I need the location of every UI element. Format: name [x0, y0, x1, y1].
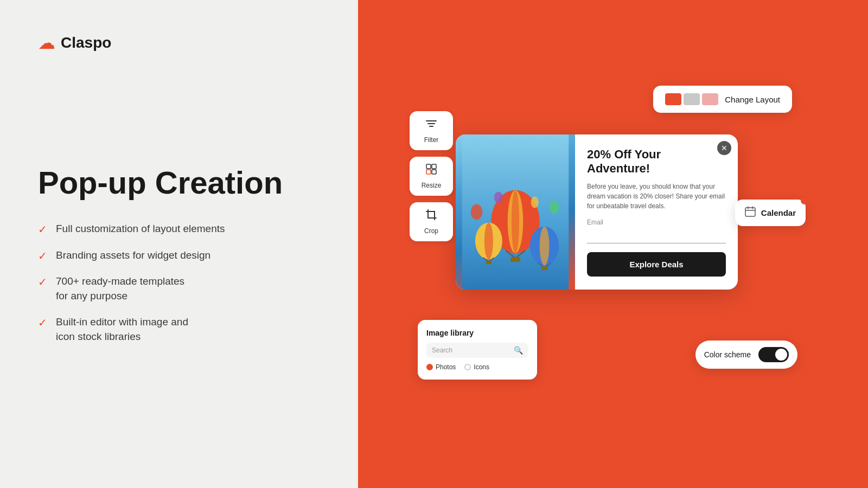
svg-point-10	[512, 190, 519, 253]
resize-icon	[425, 163, 437, 178]
filter-label: Filter	[424, 136, 439, 144]
color-scheme-label: Color scheme	[704, 350, 751, 359]
image-library-title: Image library	[426, 329, 528, 337]
left-panel: ☁ Claspo Pop-up Creation ✓ Full customiz…	[0, 0, 358, 488]
calendar-dot	[801, 197, 808, 204]
feature-list: ✓ Full customization of layout elements …	[38, 222, 320, 344]
explore-deals-button[interactable]: Explore Deals	[587, 252, 726, 277]
close-button[interactable]: ✕	[717, 141, 731, 155]
logo: ☁ Claspo	[38, 33, 111, 53]
popup-card: ✕	[456, 134, 738, 290]
color-toggle[interactable]	[758, 347, 789, 362]
change-layout-button[interactable]: Change Layout	[653, 86, 792, 113]
list-item: ✓ Branding assets for widget design	[38, 248, 320, 263]
svg-rect-3	[426, 164, 431, 169]
page-title: Pop-up Creation	[38, 165, 320, 200]
calendar-icon	[745, 206, 756, 220]
list-item: ✓ Full customization of layout elements	[38, 222, 320, 236]
radio-group: Photos Icons	[426, 363, 528, 371]
photos-label: Photos	[436, 363, 456, 371]
search-placeholder: Search	[432, 346, 509, 354]
svg-point-21	[494, 191, 503, 203]
calendar-label: Calendar	[761, 208, 796, 217]
tool-buttons: Filter Resize Crop	[410, 111, 453, 241]
svg-rect-14	[486, 261, 492, 264]
check-icon: ✓	[38, 223, 47, 236]
popup-body: Before you leave, you should know that y…	[587, 182, 726, 211]
popup-image	[456, 134, 575, 290]
search-icon: 🔍	[514, 346, 523, 355]
filter-icon	[425, 118, 437, 133]
feature-text: Built-in editor with image andicon stock…	[56, 315, 188, 344]
icons-radio-dot	[464, 364, 471, 370]
crop-button[interactable]: Crop	[410, 202, 453, 241]
icons-label: Icons	[474, 363, 489, 371]
change-layout-label: Change Layout	[725, 95, 780, 104]
svg-rect-6	[432, 170, 436, 174]
crop-icon	[425, 209, 437, 224]
photos-radio[interactable]: Photos	[426, 363, 456, 371]
svg-rect-22	[745, 208, 755, 216]
svg-point-13	[484, 223, 493, 260]
calendar-bubble[interactable]: Calendar	[735, 200, 806, 226]
layout-thumb-1	[665, 93, 681, 105]
layout-thumbs	[665, 93, 718, 105]
check-icon: ✓	[38, 316, 47, 329]
list-item: ✓ Built-in editor with image andicon sto…	[38, 315, 320, 344]
svg-point-16	[540, 227, 550, 265]
feature-text: 700+ ready-made templatesfor any purpose	[56, 274, 184, 303]
image-library: Image library Search 🔍 Photos Icons	[418, 320, 537, 380]
popup-content: 20% Off Your Adventure! Before you leave…	[575, 134, 738, 290]
svg-point-19	[550, 200, 559, 214]
svg-rect-11	[510, 257, 520, 262]
logo-text: Claspo	[61, 34, 111, 52]
check-icon: ✓	[38, 275, 47, 288]
icons-radio[interactable]: Icons	[464, 363, 489, 371]
svg-rect-5	[426, 170, 431, 174]
email-label: Email	[587, 219, 726, 226]
crop-label: Crop	[424, 227, 438, 235]
right-panel: Change Layout Filter R	[358, 0, 868, 488]
svg-rect-4	[432, 164, 436, 169]
list-item: ✓ 700+ ready-made templatesfor any purpo…	[38, 274, 320, 303]
filter-button[interactable]: Filter	[410, 111, 453, 150]
photos-radio-dot	[426, 364, 433, 370]
popup-heading: 20% Off Your Adventure!	[587, 147, 726, 176]
resize-button[interactable]: Resize	[410, 157, 453, 196]
check-icon: ✓	[38, 249, 47, 262]
svg-rect-17	[541, 267, 548, 270]
color-scheme-button[interactable]: Color scheme	[695, 341, 797, 369]
layout-thumb-2	[684, 93, 700, 105]
logo-icon: ☁	[38, 33, 55, 53]
color-toggle-knob	[775, 349, 787, 361]
feature-text: Branding assets for widget design	[56, 248, 210, 263]
layout-thumb-3	[702, 93, 718, 105]
image-search-box[interactable]: Search 🔍	[426, 343, 528, 358]
email-input[interactable]	[587, 233, 726, 243]
svg-point-20	[531, 196, 539, 208]
svg-point-18	[471, 204, 482, 220]
resize-label: Resize	[422, 182, 442, 189]
feature-text: Full customization of layout elements	[56, 222, 225, 236]
